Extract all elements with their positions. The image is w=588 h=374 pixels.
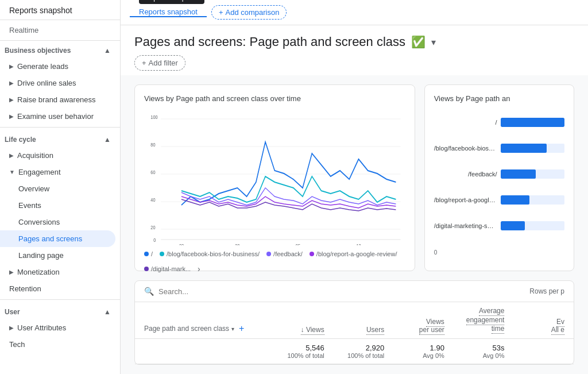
th-events: Ev All e — [504, 318, 564, 334]
sidebar-item-generate-leads[interactable]: ▶ Generate leads — [0, 58, 115, 75]
legend-item-digital: /digital-mark... — [144, 265, 191, 272]
add-filter-button[interactable]: + Add filter — [134, 55, 185, 71]
chevron-right-icon: ▶ — [9, 80, 14, 86]
svg-text:80: 80 — [150, 142, 156, 148]
main-content: Reports snapshot Reports snapshot + Add … — [121, 0, 588, 374]
search-icon: 🔍 — [144, 287, 154, 296]
svg-text:05: 05 — [296, 243, 301, 245]
legend-scroll-icon[interactable]: › — [198, 264, 200, 273]
legend-dot-root — [144, 252, 149, 256]
legend-dot-feedback — [266, 252, 271, 256]
line-chart-card: Views by Page path and screen class over… — [134, 84, 415, 271]
sidebar-header: Reports snapshot — [0, 0, 120, 20]
bar-fill-report — [501, 195, 529, 205]
bar-row-report: /blog/report-a-google-review/ — [434, 195, 564, 205]
bar-track-digital — [501, 221, 564, 230]
add-comparison-button[interactable]: + Add comparison — [211, 5, 287, 20]
chevron-right-icon: ▶ — [9, 113, 14, 119]
chevron-right-icon: ▶ — [9, 97, 14, 103]
svg-text:20: 20 — [150, 225, 156, 230]
sidebar-item-pages-and-screens[interactable]: Pages and screens — [0, 230, 115, 247]
search-input[interactable] — [158, 287, 262, 296]
bar-fill-root — [501, 118, 564, 127]
bar-fill-feedback — [501, 169, 536, 179]
bar-label-feedback: /feedback/ — [434, 171, 497, 178]
data-table: 🔍 Rows per p Page path and screen class … — [134, 280, 574, 365]
td-users: 2,920 100% of total — [324, 344, 385, 359]
tab-reports-snapshot[interactable]: Reports snapshot — [130, 7, 207, 17]
chevron-right-icon: ▶ — [9, 152, 14, 159]
legend-dot-facebook — [160, 252, 164, 256]
page-header: Pages and screens: Page path and screen … — [121, 25, 588, 75]
sidebar-item-landing-page[interactable]: Landing page — [0, 247, 115, 264]
sidebar-item-drive-online-sales[interactable]: ▶ Drive online sales — [0, 75, 115, 91]
bar-track-feedback — [501, 169, 564, 179]
sidebar-item-monetization[interactable]: ▶ Monetization — [0, 264, 115, 280]
bar-fill-facebook — [501, 144, 547, 153]
chevron-right-icon: ▶ — [9, 269, 14, 275]
bar-row-digital: /digital-marketing-services/pa... — [434, 221, 564, 230]
verified-icon: ✅ — [411, 35, 425, 49]
line-chart-svg: 100 80 60 40 20 0 22 Oct 29 — [144, 107, 405, 245]
tab-bar: Reports snapshot Reports snapshot + Add … — [121, 0, 588, 25]
legend-dot-digital — [144, 267, 149, 271]
sidebar-item-tech[interactable]: Tech — [0, 336, 115, 353]
svg-text:12: 12 — [356, 243, 361, 245]
td-views-per-user: 1.90 Avg 0% — [384, 344, 444, 359]
sidebar-item-overview[interactable]: Overview — [0, 180, 115, 197]
dropdown-arrow-icon[interactable]: ▾ — [231, 326, 234, 332]
bar-track-root — [501, 118, 564, 127]
sidebar-item-events[interactable]: Events — [0, 197, 115, 214]
add-column-icon[interactable]: + — [239, 323, 244, 334]
th-views-per-user: Views per user — [384, 318, 444, 334]
chevron-down-icon: ▼ — [9, 169, 15, 175]
th-users: Users — [324, 326, 385, 334]
table-toolbar: 🔍 Rows per p — [135, 281, 574, 302]
bar-row-feedback: /feedback/ — [434, 169, 564, 179]
dropdown-arrow-icon[interactable]: ▾ — [431, 37, 436, 48]
svg-text:40: 40 — [150, 197, 156, 203]
svg-text:22: 22 — [179, 243, 184, 245]
bar-label-report: /blog/report-a-google-review/ — [434, 196, 497, 203]
chevron-up-icon: ▲ — [104, 136, 111, 144]
bar-x-label: 0 — [434, 247, 564, 256]
bar-row-root: / — [434, 118, 564, 127]
sidebar-realtime[interactable]: Realtime — [0, 20, 120, 41]
sidebar-item-retention[interactable]: Retention — [0, 280, 115, 297]
chart-legend: / /blog/facebook-bios-for-business/ /fee… — [144, 247, 405, 273]
td-views: 5,546 100% of total — [264, 344, 324, 359]
tab-tooltip: Reports snapshot — [139, 0, 204, 4]
sidebar-section-user[interactable]: User ▲ — [0, 302, 120, 319]
mini-chart-title: Views by Page path an — [434, 94, 564, 103]
sidebar-item-conversions[interactable]: Conversions — [0, 214, 115, 230]
sidebar-item-user-attributes[interactable]: ▶ User Attributes — [0, 319, 115, 336]
line-chart-title: Views by Page path and screen class over… — [144, 94, 405, 103]
plus-icon: + — [219, 8, 223, 17]
th-views: ↓ Views — [264, 326, 324, 334]
bar-label-facebook: /blog/facebook-bios-for-busin... — [434, 145, 497, 152]
sidebar-section-business-objectives[interactable]: Business objectives ▲ — [0, 41, 120, 58]
search-box: 🔍 — [144, 287, 262, 296]
legend-item-report: /blog/report-a-google-review/ — [310, 250, 397, 257]
line-chart-area: 100 80 60 40 20 0 22 Oct 29 — [144, 107, 405, 273]
legend-item-feedback: /feedback/ — [266, 250, 303, 257]
sidebar: Reports snapshot Realtime Business objec… — [0, 0, 121, 374]
bar-fill-digital — [501, 221, 525, 230]
sidebar-item-acquisition[interactable]: ▶ Acquisition — [0, 147, 115, 164]
bar-track-report — [501, 195, 564, 205]
sidebar-section-lifecycle[interactable]: Life cycle ▲ — [0, 130, 120, 147]
bar-row-facebook: /blog/facebook-bios-for-busin... — [434, 144, 564, 153]
charts-area: Views by Page path and screen class over… — [121, 75, 588, 280]
sidebar-item-examine-user-behavior[interactable]: ▶ Examine user behavior — [0, 108, 115, 125]
bar-track-facebook — [501, 144, 564, 153]
svg-text:100: 100 — [150, 114, 158, 120]
sidebar-item-raise-brand-awareness[interactable]: ▶ Raise brand awareness — [0, 91, 115, 108]
chevron-up-icon: ▲ — [104, 308, 111, 316]
sidebar-item-engagement[interactable]: ▼ Engagement — [0, 164, 115, 180]
th-avg-engagement: Average engagement time — [444, 307, 505, 334]
bar-label-digital: /digital-marketing-services/pa... — [434, 222, 497, 229]
rows-per-page-label: Rows per p — [529, 287, 564, 295]
td-avg-engagement: 53s Avg 0% — [444, 344, 505, 359]
th-page-path[interactable]: Page path and screen class ▾ + — [144, 323, 264, 334]
chevron-right-icon: ▶ — [9, 325, 14, 331]
